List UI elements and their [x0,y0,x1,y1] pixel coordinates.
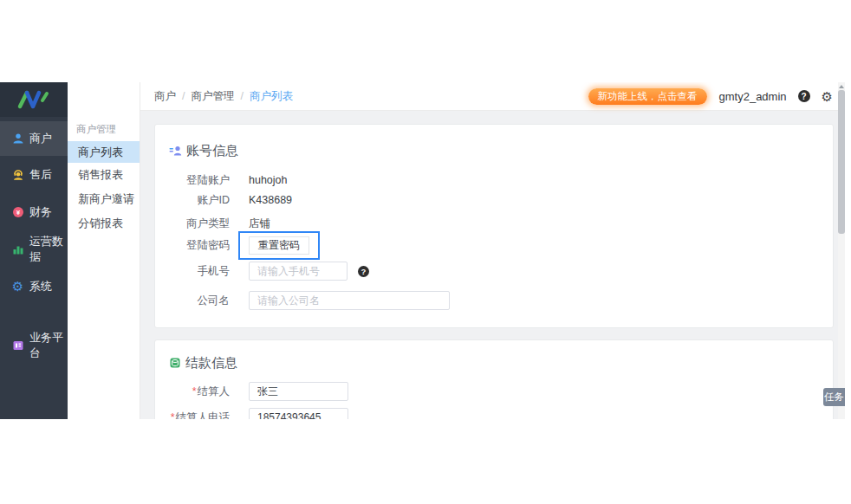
breadcrumb-merchant-management[interactable]: 商户管理 [191,89,234,104]
settler-phone-row: *结算人电话 [155,408,833,419]
vertical-scrollbar[interactable] [838,82,845,419]
settler-row: *结算人 [155,382,833,401]
username[interactable]: gmty2_admin [719,90,787,103]
sidebar-item-merchant[interactable]: 商户 [0,121,68,156]
breadcrumb-separator: / [182,90,185,102]
secondary-sidebar: 商户管理 商户列表 销售报表 新商户邀请 分销报表 [68,82,140,419]
account-info-card: 账号信息 登陆账户 huhojoh 账户ID K438689 商户类型 店铺 登… [154,124,834,328]
sidebar-item-aftersale[interactable]: 售后 [0,156,68,193]
sidebar-spacer [0,305,68,326]
app-window: 商户 售后 ¥ 财务 运营数据 ⚙ 系统 [0,82,845,419]
login-account-value: huhojoh [249,174,288,186]
scrollbar-up-arrow[interactable] [839,85,844,88]
section-title-text: 结款信息 [185,355,237,372]
sidebar-item-label: 系统 [29,279,52,294]
merchant-type-label: 商户类型 [155,216,230,231]
scrollbar-thumb[interactable] [838,90,845,234]
new-feature-badge[interactable]: 新功能上线，点击查看 [588,88,707,105]
settlement-section-title: 结款信息 [169,356,833,370]
company-input[interactable] [249,291,450,310]
brand-logo [0,82,68,117]
sidebar-item-system[interactable]: ⚙ 系统 [0,268,68,305]
submenu-item-sales-report[interactable]: 销售报表 [68,163,140,187]
breadcrumb-merchant-list: 商户列表 [250,89,293,104]
submenu-item-distribution-report[interactable]: 分销报表 [68,211,140,236]
account-section-title: 账号信息 [169,144,833,158]
account-info-icon [169,145,182,157]
account-id-row: 账户ID K438689 [155,191,833,209]
operation-data-icon [11,242,24,255]
system-icon: ⚙ [11,280,24,293]
sidebar-item-label: 商户 [29,131,52,146]
settler-label: *结算人 [155,384,230,399]
reset-password-focus-ring: 重置密码 [238,231,320,260]
help-icon[interactable]: ? [798,90,810,102]
required-mark: * [192,385,197,397]
settlement-info-card: 结款信息 *结算人 *结算人电话 [154,339,834,419]
submenu-item-merchant-list[interactable]: 商户列表 [68,141,140,163]
sidebar-item-label: 财务 [29,204,52,220]
phone-input[interactable] [249,262,348,281]
aftersale-icon [11,168,24,181]
required-mark: * [171,411,175,420]
breadcrumb-merchant[interactable]: 商户 [154,89,176,104]
sidebar-item-business-platform[interactable]: 业务平台 [0,326,68,364]
account-id-label: 账户ID [155,193,230,208]
phone-label: 手机号 [155,264,230,279]
settler-phone-input[interactable] [249,408,348,419]
submenu-title: 商户管理 [68,122,140,136]
page-content: 账号信息 登陆账户 huhojoh 账户ID K438689 商户类型 店铺 登… [140,111,838,419]
sidebar-item-label: 业务平台 [29,330,68,361]
phone-row: 手机号 ? [155,262,833,281]
svg-text:¥: ¥ [16,209,20,216]
settler-phone-label: *结算人电话 [155,410,230,420]
task-side-tab[interactable]: 任务 [823,388,845,406]
finance-icon: ¥ [11,205,24,218]
password-row: 登陆密码 重置密码 [155,232,833,259]
topbar-right: 新功能上线，点击查看 gmty2_admin ? ⚙ [588,88,834,105]
sidebar-item-label: 售后 [29,167,52,183]
merchant-type-row: 商户类型 店铺 [155,215,833,232]
settler-input[interactable] [249,382,348,401]
sidebar-item-finance[interactable]: ¥ 财务 [0,193,68,230]
account-id-value: K438689 [249,194,292,206]
business-platform-icon [11,339,24,352]
reset-password-button[interactable]: 重置密码 [249,236,309,255]
submenu-item-new-merchant-invite[interactable]: 新商户邀请 [68,187,140,211]
merchant-icon [11,132,24,145]
main-area: 商户 / 商户管理 / 商户列表 新功能上线，点击查看 gmty2_admin … [140,82,838,419]
breadcrumb: 商户 / 商户管理 / 商户列表 [154,89,293,104]
sidebar-item-operation-data[interactable]: 运营数据 [0,230,68,268]
password-label: 登陆密码 [155,238,230,253]
phone-help-icon[interactable]: ? [358,266,369,277]
brand-logo-icon [14,88,54,111]
company-row: 公司名 [155,291,833,310]
settlement-info-icon [169,357,181,369]
login-account-row: 登陆账户 huhojoh [155,171,833,189]
primary-sidebar: 商户 售后 ¥ 财务 运营数据 ⚙ 系统 [0,82,68,419]
company-label: 公司名 [155,294,230,308]
login-account-label: 登陆账户 [155,173,230,188]
topbar: 商户 / 商户管理 / 商户列表 新功能上线，点击查看 gmty2_admin … [140,82,838,111]
breadcrumb-separator: / [240,90,243,102]
merchant-type-value: 店铺 [249,216,270,231]
section-title-text: 账号信息 [186,143,238,159]
sidebar-item-label: 运营数据 [29,234,68,265]
settings-gear-icon[interactable]: ⚙ [822,90,833,103]
